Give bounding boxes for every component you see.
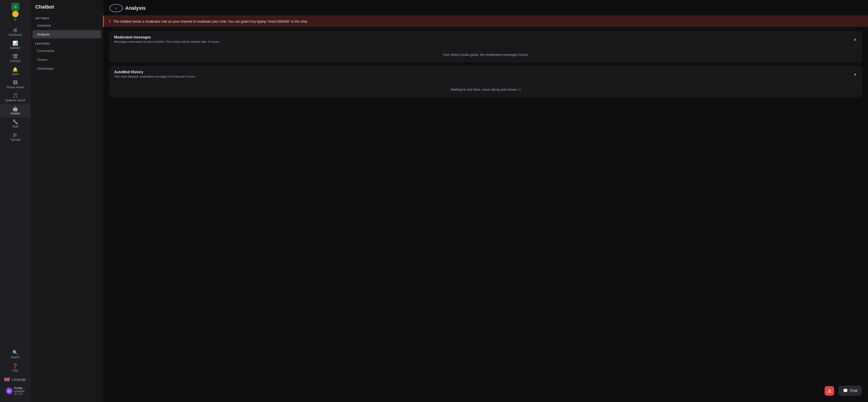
dashboard-icon: ⊞ bbox=[13, 28, 17, 32]
automod-history-header-left: AutoMod History This chart displays mode… bbox=[114, 70, 196, 78]
statistics-icon: 📊 bbox=[12, 41, 18, 45]
sidebar-label-epidemic-sound: Epidemic Sound bbox=[5, 99, 25, 102]
sidebar-item-overlays[interactable]: 🎬 Overlays bbox=[0, 52, 31, 65]
live-indicator: 0 bbox=[12, 11, 19, 22]
sidebar-label-tools: Tools bbox=[12, 125, 18, 128]
live-count: 0 bbox=[14, 18, 16, 22]
settings-section-label: SETTINGS bbox=[31, 13, 103, 21]
warning-icon: ℹ bbox=[109, 19, 111, 24]
epidemic-sound-icon: 🎵 bbox=[12, 93, 18, 98]
secondary-header: Chatbot bbox=[31, 0, 103, 13]
sidebar-label-statistics: Statistics bbox=[10, 47, 21, 50]
profile-version: v54a35af bbox=[14, 390, 24, 393]
sidebar-item-tools[interactable]: 🔧 Tools bbox=[0, 117, 31, 130]
chat-button-label: Chat bbox=[850, 389, 857, 393]
left-sidebar: ◈ 0 ⊞ Dashboard 📊 Statistics 🎬 Overlays … bbox=[0, 0, 31, 402]
main-body: ℹ The chatbot needs a moderator role on … bbox=[103, 16, 868, 402]
faq-icon: ❓ bbox=[12, 364, 18, 368]
search-icon: 🔍 bbox=[12, 350, 18, 355]
profile-id: ID: 172 bbox=[14, 393, 24, 395]
sidebar-label-stream-assets: Stream Assets bbox=[6, 86, 24, 89]
moderated-messages-header-left: Moderated messages Messages intercepted … bbox=[114, 35, 220, 43]
automod-history-card-body: Nothing to see here, move along and stre… bbox=[110, 82, 862, 97]
sidebar-item-stream-assets[interactable]: 🖼 Stream Assets bbox=[0, 78, 31, 91]
sidebar-label-overlays: Overlays bbox=[10, 59, 21, 63]
moderated-messages-subtitle: Messages intercepted by the AutoMod. Thi… bbox=[114, 40, 220, 43]
cards-container: Moderated messages Messages intercepted … bbox=[103, 27, 868, 101]
warning-text: The chatbot needs a moderator role on yo… bbox=[113, 20, 308, 23]
sidebar-label-dashboard: Dashboard bbox=[8, 33, 22, 36]
profile-info: Profile v54a35af ID: 172 bbox=[14, 386, 24, 395]
live-dot bbox=[12, 11, 19, 17]
moderated-messages-card-body: Your history looks great. No moderated m… bbox=[110, 47, 862, 62]
sidebar-item-statistics[interactable]: 📊 Statistics bbox=[0, 39, 31, 52]
main-content: ? Analysis ℹ The chatbot needs a moderat… bbox=[103, 0, 868, 402]
chatbot-icon: 🤖 bbox=[12, 106, 18, 111]
nav-timers[interactable]: Timers bbox=[33, 55, 101, 64]
sidebar-label-chatbot: Chatbot bbox=[10, 112, 20, 115]
nav-automod[interactable]: AutoMod bbox=[33, 21, 101, 30]
flag-uk-icon bbox=[4, 377, 10, 381]
sidebar-item-search[interactable]: 🔍 Search bbox=[0, 348, 31, 361]
main-nav: ⊞ Dashboard 📊 Statistics 🎬 Overlays 🔔 Al… bbox=[0, 26, 31, 187]
sidebar-label-faq: FAQ bbox=[12, 369, 18, 372]
help-icon: ? bbox=[110, 4, 123, 12]
sidebar-item-dashboard[interactable]: ⊞ Dashboard bbox=[0, 26, 31, 39]
features-section-label: FEATURES bbox=[31, 39, 103, 47]
tutorials-icon: 🎓 bbox=[12, 133, 18, 137]
nav-commands[interactable]: Commands bbox=[33, 47, 101, 55]
secondary-sidebar: Chatbot SETTINGS AutoMod Analysis FEATUR… bbox=[31, 0, 103, 402]
warning-float-button[interactable]: ⚠ bbox=[825, 386, 834, 396]
tools-icon: 🔧 bbox=[12, 120, 18, 124]
sidebar-item-tutorials[interactable]: 🎓 Tutorials bbox=[0, 130, 31, 144]
main-header: ? Analysis bbox=[103, 0, 868, 16]
overlays-icon: 🎬 bbox=[12, 54, 18, 59]
alerts-icon: 🔔 bbox=[12, 67, 18, 72]
main-title: Analysis bbox=[125, 5, 146, 11]
sidebar-label-search: Search bbox=[11, 355, 20, 359]
language-selector[interactable]: Language bbox=[0, 375, 31, 384]
automod-history-title: AutoMod History bbox=[114, 70, 196, 74]
sidebar-item-faq[interactable]: ❓ FAQ bbox=[0, 362, 31, 375]
sidebar-label-tutorials: Tutorials bbox=[10, 138, 21, 141]
nav-analysis[interactable]: Analysis bbox=[33, 30, 101, 38]
sidebar-item-epidemic-sound[interactable]: 🎵 Epidemic Sound bbox=[0, 91, 31, 104]
sidebar-bottom: 🔍 Search ❓ FAQ Language ▷ Profile v54a35… bbox=[0, 348, 31, 399]
moderated-messages-card-header[interactable]: Moderated messages Messages intercepted … bbox=[110, 32, 862, 47]
chat-button-icon: 💬 bbox=[843, 388, 848, 393]
profile-name: Profile bbox=[14, 386, 24, 390]
automod-history-chevron-icon: ▲ bbox=[853, 72, 857, 76]
chat-button[interactable]: 💬 Chat bbox=[839, 386, 862, 396]
sidebar-item-alerts[interactable]: 🔔 Alerts bbox=[0, 65, 31, 78]
automod-history-subtitle: This chart displays moderated messages f… bbox=[114, 75, 196, 78]
secondary-title: Chatbot bbox=[35, 4, 98, 10]
warning-float-icon: ⚠ bbox=[827, 388, 831, 394]
sidebar-label-alerts: Alerts bbox=[12, 72, 19, 76]
profile-avatar: ▷ bbox=[6, 388, 12, 394]
language-label: Language bbox=[12, 378, 26, 381]
app-logo[interactable]: ◈ bbox=[11, 3, 20, 11]
moderated-messages-chevron-icon: ▲ bbox=[853, 37, 857, 41]
profile-item[interactable]: ▷ Profile v54a35af ID: 172 bbox=[2, 384, 29, 398]
automod-history-card: AutoMod History This chart displays mode… bbox=[110, 66, 862, 97]
sidebar-item-chatbot[interactable]: 🤖 Chatbot bbox=[0, 104, 31, 117]
automod-history-card-header[interactable]: AutoMod History This chart displays mode… bbox=[110, 66, 862, 82]
moderated-messages-title: Moderated messages bbox=[114, 35, 220, 39]
nav-giveaways[interactable]: Giveaways bbox=[33, 64, 101, 72]
moderated-messages-card: Moderated messages Messages intercepted … bbox=[110, 31, 862, 62]
stream-assets-icon: 🖼 bbox=[13, 80, 18, 85]
warning-banner: ℹ The chatbot needs a moderator role on … bbox=[103, 16, 868, 27]
